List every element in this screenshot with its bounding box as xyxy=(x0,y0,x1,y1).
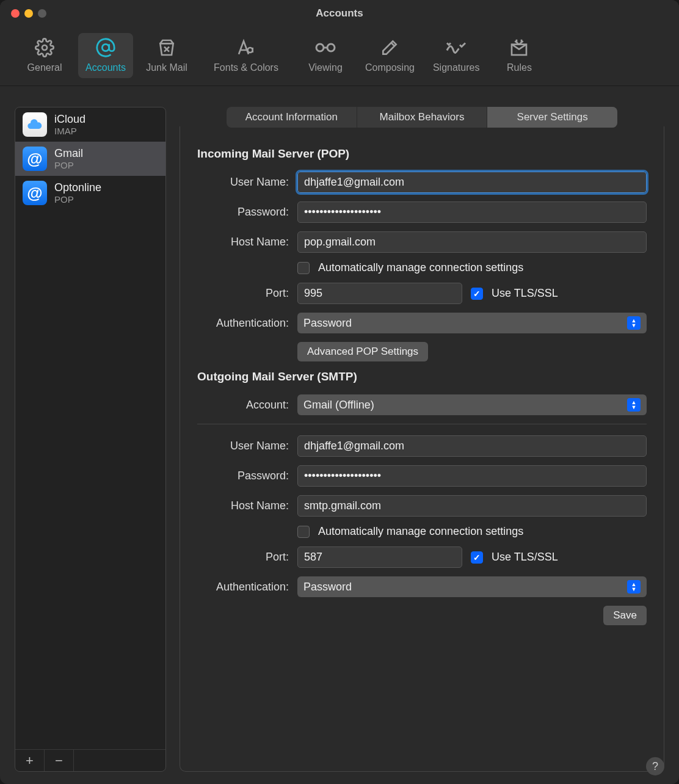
outgoing-auth-select[interactable]: Password ▲▼ xyxy=(297,576,647,597)
tab-signatures[interactable]: Signatures xyxy=(427,33,486,78)
trash-icon xyxy=(156,37,178,59)
rules-icon xyxy=(508,37,530,59)
incoming-username-label: User Name: xyxy=(197,176,289,189)
outgoing-account-select[interactable]: Gmail (Offline) ▲▼ xyxy=(297,394,647,415)
sidebar-footer: + − xyxy=(15,749,165,771)
account-list: iCloud IMAP @ Gmail POP @ Optonline POP xyxy=(15,107,165,749)
incoming-host-input[interactable] xyxy=(297,231,647,253)
preferences-window: Accounts General Accounts Junk Mail Font… xyxy=(0,0,679,784)
incoming-port-label: Port: xyxy=(197,287,289,300)
outgoing-username-label: User Name: xyxy=(197,440,289,452)
incoming-port-input[interactable] xyxy=(297,283,462,304)
account-item-optonline[interactable]: @ Optonline POP xyxy=(15,176,165,210)
outgoing-host-label: Host Name: xyxy=(197,499,289,512)
outgoing-password-label: Password: xyxy=(197,470,289,482)
incoming-auth-label: Authentication: xyxy=(197,317,289,330)
outgoing-auto-checkbox[interactable] xyxy=(297,526,310,538)
svg-point-1 xyxy=(102,44,109,51)
incoming-auth-select[interactable]: Password ▲▼ xyxy=(297,313,647,333)
account-type: IMAP xyxy=(54,126,85,136)
subtab-bar: Account Information Mailbox Behaviors Se… xyxy=(227,107,617,128)
outgoing-username-input[interactable] xyxy=(297,435,647,457)
outgoing-tls-label: Use TLS/SSL xyxy=(492,551,558,564)
account-type: POP xyxy=(54,194,101,205)
main-panel: Account Information Mailbox Behaviors Se… xyxy=(180,107,664,772)
font-icon xyxy=(235,37,257,59)
chevron-updown-icon: ▲▼ xyxy=(627,580,641,593)
chevron-updown-icon: ▲▼ xyxy=(627,316,641,330)
preferences-toolbar: General Accounts Junk Mail Fonts & Color… xyxy=(0,27,679,86)
titlebar: Accounts xyxy=(0,0,679,27)
add-account-button[interactable]: + xyxy=(15,750,45,771)
incoming-header: Incoming Mail Server (POP) xyxy=(197,147,647,161)
remove-account-button[interactable]: − xyxy=(45,750,74,771)
tab-accounts[interactable]: Accounts xyxy=(78,33,133,78)
outgoing-port-input[interactable] xyxy=(297,546,462,568)
outgoing-tls-checkbox[interactable] xyxy=(471,551,483,564)
account-item-gmail[interactable]: @ Gmail POP xyxy=(15,142,165,176)
tab-general[interactable]: General xyxy=(17,33,72,78)
gear-icon xyxy=(34,37,56,59)
account-name: iCloud xyxy=(54,113,85,126)
window-title: Accounts xyxy=(10,7,669,20)
svg-point-0 xyxy=(42,45,47,50)
subtab-server-settings[interactable]: Server Settings xyxy=(487,107,617,128)
incoming-tls-checkbox[interactable] xyxy=(471,288,483,300)
chevron-updown-icon: ▲▼ xyxy=(627,398,641,412)
traffic-lights xyxy=(11,9,46,18)
tab-junk-mail[interactable]: Junk Mail xyxy=(139,33,194,78)
tab-composing[interactable]: Composing xyxy=(359,33,421,78)
outgoing-host-input[interactable] xyxy=(297,495,647,517)
outgoing-header: Outgoing Mail Server (SMTP) xyxy=(197,370,647,383)
content-area: iCloud IMAP @ Gmail POP @ Optonline POP xyxy=(0,86,679,784)
at-icon: @ xyxy=(23,147,47,171)
help-button[interactable]: ? xyxy=(646,757,664,775)
outgoing-auto-label: Automatically manage connection settings xyxy=(318,525,523,538)
at-icon: @ xyxy=(23,181,47,205)
outgoing-password-input[interactable] xyxy=(297,465,647,487)
tab-rules[interactable]: Rules xyxy=(492,33,546,78)
tab-fonts-colors[interactable]: Fonts & Colors xyxy=(200,33,292,78)
account-name: Gmail xyxy=(54,147,83,160)
settings-panel: Incoming Mail Server (POP) User Name: Pa… xyxy=(180,126,664,772)
svg-point-2 xyxy=(316,44,324,51)
incoming-password-input[interactable] xyxy=(297,201,647,223)
incoming-tls-label: Use TLS/SSL xyxy=(492,287,558,300)
accounts-sidebar: iCloud IMAP @ Gmail POP @ Optonline POP xyxy=(15,107,166,772)
minimize-window-button[interactable] xyxy=(24,9,33,18)
zoom-window-button[interactable] xyxy=(38,9,46,18)
outgoing-port-label: Port: xyxy=(197,551,289,564)
glasses-icon xyxy=(314,37,336,59)
tab-viewing[interactable]: Viewing xyxy=(298,33,353,78)
incoming-auto-label: Automatically manage connection settings xyxy=(318,261,523,274)
icloud-icon xyxy=(23,112,47,137)
subtab-account-info[interactable]: Account Information xyxy=(227,107,357,128)
svg-point-3 xyxy=(327,44,335,51)
incoming-username-input[interactable] xyxy=(297,172,647,193)
outgoing-account-label: Account: xyxy=(197,399,289,412)
incoming-password-label: Password: xyxy=(197,206,289,219)
signature-icon xyxy=(445,37,467,59)
divider xyxy=(197,424,647,424)
account-name: Optonline xyxy=(54,181,101,194)
at-icon xyxy=(95,37,117,59)
subtab-mailbox-behaviors[interactable]: Mailbox Behaviors xyxy=(357,107,488,128)
account-type: POP xyxy=(54,160,83,170)
close-window-button[interactable] xyxy=(11,9,20,18)
save-button[interactable]: Save xyxy=(603,606,647,625)
incoming-host-label: Host Name: xyxy=(197,236,289,249)
account-item-icloud[interactable]: iCloud IMAP xyxy=(15,107,165,142)
outgoing-auth-label: Authentication: xyxy=(197,581,289,593)
advanced-pop-button[interactable]: Advanced POP Settings xyxy=(297,342,428,361)
compose-icon xyxy=(379,37,401,59)
incoming-auto-checkbox[interactable] xyxy=(297,262,310,274)
